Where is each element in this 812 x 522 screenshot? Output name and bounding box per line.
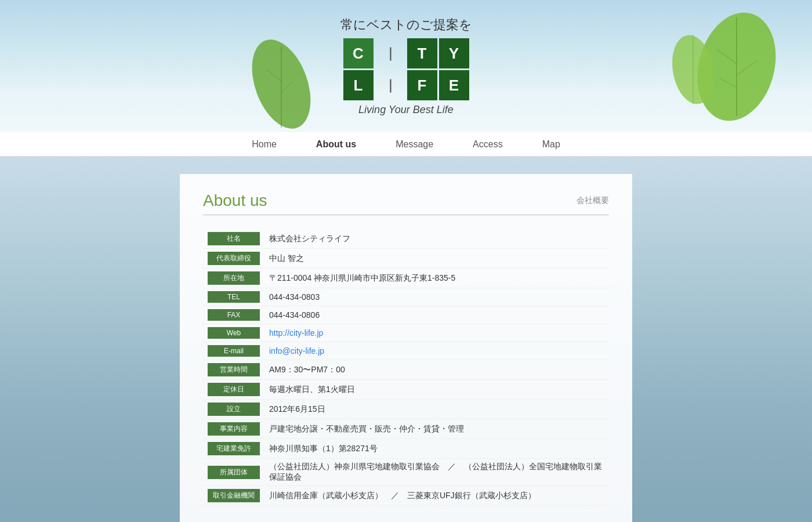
- table-row: 取引金融機関川崎信用金庫（武蔵小杉支店） ／ 三菱東京UFJ銀行（武蔵小杉支店）: [203, 486, 609, 506]
- row-value: 044-434-0806: [264, 306, 609, 324]
- row-label: 宅建業免許: [208, 442, 260, 455]
- row-label: Web: [208, 327, 260, 339]
- leaf-right2-icon: [667, 29, 719, 110]
- hero-section: 常にベストのご提案を C ｜ T Y L ｜ F E Living Your B…: [0, 0, 812, 132]
- row-value: 川崎信用金庫（武蔵小杉支店） ／ 三菱東京UFJ銀行（武蔵小杉支店）: [264, 486, 609, 506]
- row-value: 044-434-0803: [264, 288, 609, 306]
- table-row: 所属団体（公益社団法人）神奈川県宅地建物取引業協会 ／ （公益社団法人）全国宅地…: [203, 459, 609, 486]
- table-row: 設立2012年6月15日: [203, 400, 609, 419]
- logo-y: Y: [439, 38, 469, 68]
- info-table: 社名株式会社シティライフ代表取締役中山 智之所在地〒211-0004 神奈川県川…: [203, 229, 609, 506]
- row-value: 〒211-0004 神奈川県川崎市中原区新丸子東1-835-5: [264, 269, 609, 288]
- logo-sep2: ｜: [375, 70, 405, 100]
- card-title: About us: [203, 191, 267, 210]
- table-row: 代表取締役中山 智之: [203, 249, 609, 269]
- table-row: 社名株式会社シティライフ: [203, 229, 609, 249]
- main-area: About us 会社概要 社名株式会社シティライフ代表取締役中山 智之所在地〒…: [0, 157, 812, 522]
- nav-map[interactable]: Map: [540, 135, 563, 154]
- table-row: 定休日毎週水曜日、第1火曜日: [203, 380, 609, 400]
- nav-access[interactable]: Access: [470, 135, 505, 154]
- hero-tagline: 常にベストのご提案を: [340, 16, 472, 34]
- row-value: 2012年6月15日: [264, 400, 609, 419]
- row-label: 取引金融機関: [208, 489, 260, 502]
- row-label: E-mail: [208, 345, 260, 357]
- hero-subtitle: Living Your Best Life: [358, 104, 454, 116]
- row-label: 営業時間: [208, 363, 260, 376]
- table-row: Webhttp://city-life.jp: [203, 324, 609, 342]
- row-value[interactable]: info@city-life.jp: [264, 342, 609, 360]
- row-label: 所在地: [208, 271, 260, 285]
- logo-t: T: [407, 38, 437, 68]
- row-label: 事業内容: [208, 422, 260, 436]
- row-value: 毎週水曜日、第1火曜日: [264, 380, 609, 400]
- logo-l: L: [343, 70, 374, 100]
- row-label: FAX: [208, 309, 260, 321]
- row-label: 所属団体: [208, 466, 260, 479]
- row-value: 中山 智之: [264, 249, 609, 269]
- leaf-left-icon: [249, 35, 313, 133]
- table-row: 宅建業免許神奈川県知事（1）第28271号: [203, 439, 609, 459]
- nav-bar: Home About us Message Access Map: [0, 132, 812, 157]
- row-label: 設立: [208, 403, 260, 416]
- logo-sep1: ｜: [375, 38, 405, 68]
- logo-c: C: [343, 38, 374, 68]
- table-row: 所在地〒211-0004 神奈川県川崎市中原区新丸子東1-835-5: [203, 269, 609, 288]
- table-row: TEL044-434-0803: [203, 288, 609, 306]
- row-label: 社名: [208, 232, 260, 245]
- row-label: 定休日: [208, 383, 260, 396]
- card-header: About us 会社概要: [203, 191, 609, 215]
- row-label: 代表取締役: [208, 252, 260, 265]
- logo-grid: C ｜ T Y L ｜ F E: [343, 38, 469, 100]
- table-row: FAX044-434-0806: [203, 306, 609, 324]
- row-value[interactable]: http://city-life.jp: [264, 324, 609, 342]
- row-value: 神奈川県知事（1）第28271号: [264, 439, 609, 459]
- content-card: About us 会社概要 社名株式会社シティライフ代表取締役中山 智之所在地〒…: [180, 174, 632, 522]
- nav-about[interactable]: About us: [314, 135, 358, 154]
- row-label: TEL: [208, 291, 260, 303]
- table-row: E-mailinfo@city-life.jp: [203, 342, 609, 360]
- logo-f: F: [407, 70, 437, 100]
- table-row: 営業時間AM9：30〜PM7：00: [203, 360, 609, 380]
- nav-message[interactable]: Message: [393, 135, 436, 154]
- row-value: 戸建宅地分譲・不動産売買・販売・仲介・賃貸・管理: [264, 419, 609, 439]
- table-row: 事業内容戸建宅地分譲・不動産売買・販売・仲介・賃貸・管理: [203, 419, 609, 439]
- nav-home[interactable]: Home: [249, 135, 279, 154]
- row-value: （公益社団法人）神奈川県宅地建物取引業協会 ／ （公益社団法人）全国宅地建物取引…: [264, 459, 609, 486]
- hero-content: 常にベストのご提案を C ｜ T Y L ｜ F E Living Your B…: [340, 16, 472, 116]
- row-value: 株式会社シティライフ: [264, 229, 609, 249]
- card-subtitle: 会社概要: [577, 195, 609, 206]
- row-value: AM9：30〜PM7：00: [264, 360, 609, 380]
- logo-e: E: [439, 70, 469, 100]
